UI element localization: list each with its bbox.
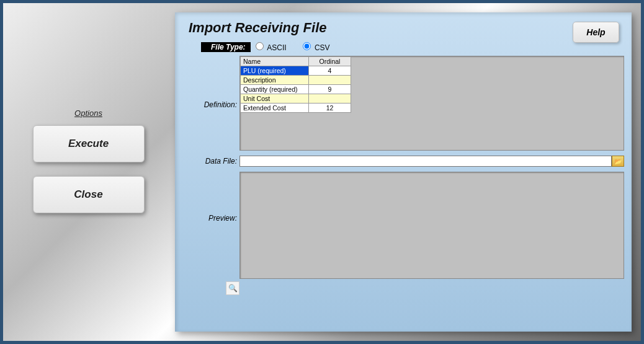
- col-header-name[interactable]: Name: [241, 57, 309, 66]
- cell-name[interactable]: Extended Cost: [241, 104, 309, 113]
- page-title: Import Receiving File: [189, 20, 624, 36]
- table-row[interactable]: PLU (required)4: [241, 66, 351, 76]
- options-label: Options: [74, 108, 102, 118]
- cell-ordinal[interactable]: [309, 94, 351, 104]
- browse-folder-button[interactable]: 📂: [612, 156, 624, 167]
- cell-name[interactable]: PLU (required): [241, 66, 309, 76]
- execute-button[interactable]: Execute: [33, 125, 145, 162]
- filetype-option-ascii[interactable]: ASCII: [256, 42, 287, 52]
- cell-ordinal[interactable]: [309, 76, 351, 85]
- app-window: Options Execute Close Help Import Receiv…: [3, 3, 641, 341]
- data-file-row: Data File: 📂: [189, 156, 624, 167]
- main-panel: Help Import Receiving File File Type: AS…: [175, 12, 632, 332]
- filetype-option-csv[interactable]: CSV: [303, 42, 330, 52]
- table-row[interactable]: Description: [241, 76, 351, 85]
- definition-box: Name Ordinal PLU (required)4DescriptionQ…: [239, 56, 624, 151]
- left-panel: Options Execute Close: [3, 3, 174, 341]
- preview-row: Preview:: [189, 172, 624, 279]
- preview-box: [239, 172, 624, 279]
- data-file-label: Data File:: [189, 157, 239, 165]
- definition-row: Definition: Name Ordinal PLU (required)4…: [189, 56, 624, 151]
- preview-label: Preview:: [189, 172, 239, 223]
- data-file-input[interactable]: [239, 156, 612, 167]
- definition-table[interactable]: Name Ordinal PLU (required)4DescriptionQ…: [240, 56, 351, 113]
- help-button[interactable]: Help: [573, 22, 619, 43]
- cell-name[interactable]: Unit Cost: [241, 94, 309, 104]
- data-file-wrap: 📂: [239, 156, 624, 167]
- cell-name[interactable]: Quantity (required): [241, 85, 309, 94]
- folder-icon: 📂: [614, 158, 622, 165]
- radio-csv[interactable]: [303, 42, 311, 50]
- definition-label: Definition:: [189, 56, 239, 109]
- magnify-icon: 🔍: [228, 284, 238, 293]
- cell-ordinal[interactable]: 9: [309, 85, 351, 94]
- table-row[interactable]: Quantity (required)9: [241, 85, 351, 94]
- filetype-row: File Type: ASCII CSV: [201, 42, 624, 52]
- radio-ascii[interactable]: [256, 42, 264, 50]
- close-button[interactable]: Close: [33, 176, 145, 213]
- radio-ascii-label: ASCII: [267, 43, 286, 52]
- cell-ordinal[interactable]: 12: [309, 104, 351, 113]
- magnify-button[interactable]: 🔍: [226, 281, 239, 295]
- filetype-label: File Type:: [201, 42, 251, 52]
- table-row[interactable]: Unit Cost: [241, 94, 351, 104]
- cell-name[interactable]: Description: [241, 76, 309, 85]
- col-header-ordinal[interactable]: Ordinal: [309, 57, 351, 66]
- cell-ordinal[interactable]: 4: [309, 66, 351, 76]
- table-row[interactable]: Extended Cost12: [241, 104, 351, 113]
- radio-csv-label: CSV: [315, 43, 330, 52]
